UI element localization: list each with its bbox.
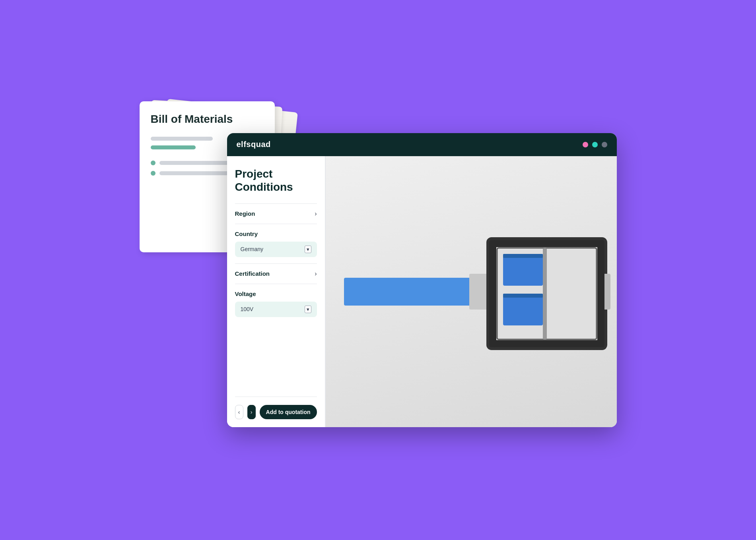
app-body: Project Conditions Region › Country Germ… <box>227 156 617 427</box>
voltage-value: 100V <box>241 306 254 312</box>
certification-clickable[interactable]: Certification › <box>235 270 317 277</box>
certification-label: Certification <box>235 270 270 277</box>
country-row: Country Germany ▾ <box>235 224 317 263</box>
bom-line-green <box>151 145 196 149</box>
certification-chevron-icon: › <box>315 270 317 277</box>
bom-title: Bill of Materials <box>151 112 264 126</box>
svg-rect-0 <box>344 278 471 306</box>
svg-rect-10 <box>489 340 604 347</box>
region-clickable[interactable]: Region › <box>235 210 317 217</box>
voltage-row: Voltage 100V ▾ <box>235 284 317 323</box>
certification-row[interactable]: Certification › <box>235 263 317 284</box>
app-logo: elfsquad <box>237 140 271 149</box>
add-to-quotation-button[interactable]: Add to quotation <box>260 405 317 419</box>
window-controls <box>583 142 607 147</box>
svg-rect-11 <box>489 240 496 347</box>
viewer-background <box>326 156 617 427</box>
svg-rect-9 <box>489 240 604 247</box>
forward-button[interactable]: › <box>247 405 256 419</box>
pink-dot-control[interactable] <box>583 142 588 147</box>
machine-3d-view <box>332 208 610 375</box>
app-window: elfsquad Project Conditions Region › <box>227 133 617 427</box>
svg-rect-12 <box>597 240 604 347</box>
voltage-select[interactable]: 100V ▾ <box>235 302 317 317</box>
gray-dot-control[interactable] <box>602 142 607 147</box>
country-label: Country <box>235 230 258 237</box>
title-bar: elfsquad <box>227 133 617 156</box>
scene: Bill of Materials elfsquad <box>140 62 617 479</box>
back-button[interactable]: ‹ <box>235 405 243 419</box>
region-label: Region <box>235 210 255 217</box>
bom-dot-1 <box>151 161 155 165</box>
svg-rect-7 <box>503 294 543 298</box>
region-chevron-icon: › <box>315 210 317 217</box>
svg-rect-13 <box>543 248 547 339</box>
bom-dot-2 <box>151 171 155 176</box>
voltage-select-arrow-icon: ▾ <box>305 306 311 313</box>
voltage-label: Voltage <box>235 290 256 297</box>
viewer-panel <box>326 156 617 427</box>
country-select-arrow-icon: ▾ <box>305 246 311 253</box>
teal-dot-control[interactable] <box>592 142 598 147</box>
country-select[interactable]: Germany ▾ <box>235 242 317 257</box>
svg-rect-4 <box>503 254 543 286</box>
form-panel: Project Conditions Region › Country Germ… <box>227 156 326 427</box>
country-value: Germany <box>241 246 264 252</box>
form-bottom: ‹ › Add to quotation <box>235 397 317 419</box>
svg-rect-6 <box>503 294 543 325</box>
form-title: Project Conditions <box>235 167 317 194</box>
region-row[interactable]: Region › <box>235 203 317 224</box>
bom-line-1 <box>151 137 213 141</box>
svg-rect-5 <box>503 254 543 258</box>
